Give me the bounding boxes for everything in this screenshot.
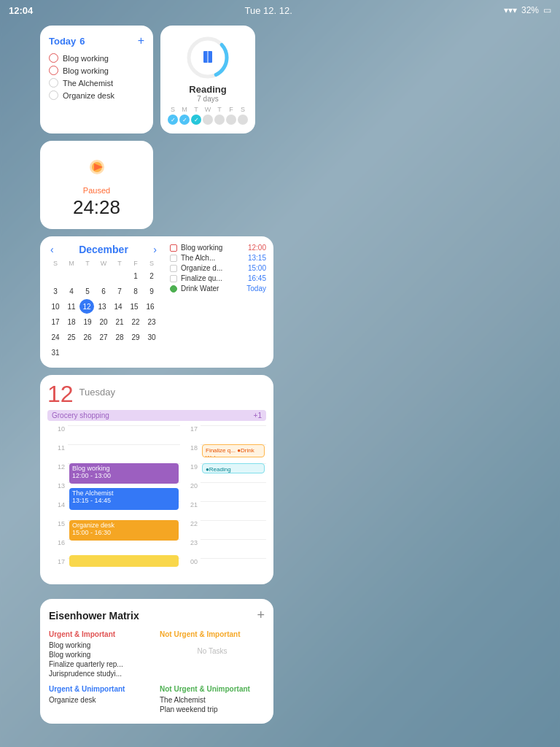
reminder-item: The Alchemist	[49, 78, 144, 88]
reminder-checkbox	[49, 90, 58, 100]
reminders-widget[interactable]: Today 6 + Blog working Blog working The …	[40, 26, 153, 133]
cal-event-item: Blog working 12:00	[170, 244, 266, 252]
eisenhower-widget[interactable]: Eisenhower Matrix + Urgent & Important B…	[40, 599, 273, 724]
status-icons: ▾▾▾ 32% ▭	[504, 5, 551, 15]
event-text: Finalize qu...	[181, 274, 244, 282]
day-dot: ✓	[179, 115, 190, 125]
cal-event-block: Organize desk 15:00 - 16:30	[69, 520, 179, 541]
battery-percent: 32%	[521, 5, 539, 15]
event-dot	[170, 275, 177, 282]
timer-time: 24:28	[73, 196, 120, 219]
event-time: 15:00	[248, 264, 266, 272]
cal-events-list: Blog working 12:00 The Alch... 13:15 Org…	[164, 244, 266, 360]
quadrant-label: Urgent & Unimportant	[49, 685, 154, 693]
reading-label: Reading	[189, 84, 226, 95]
event-time: 16:45	[248, 274, 266, 282]
event-time: 12:00	[248, 244, 266, 252]
widget-row-3: ‹ December › S M T W T F S	[40, 236, 273, 368]
quadrant-item: Jurisprudence studyi...	[49, 670, 154, 678]
event-text: Drink Water	[181, 285, 243, 293]
reminder-text: Blog working	[63, 66, 109, 75]
status-bar: 12:04 Tue 12. 12. ▾▾▾ 32% ▭	[0, 0, 560, 20]
cal-next-button[interactable]: ›	[150, 244, 160, 255]
cal-right-time-col: 17 18 19 20 21 22 23 00	[180, 425, 201, 577]
status-date: Tue 12. 12.	[244, 5, 292, 16]
event-dot	[170, 244, 177, 252]
reminder-checkbox	[49, 53, 58, 63]
timer-icon	[81, 151, 113, 183]
reading-days: 7 days	[197, 95, 218, 103]
status-time: 12:04	[9, 5, 33, 16]
battery-icon: ▭	[543, 5, 551, 15]
quadrant-label: Urgent & Important	[49, 630, 154, 638]
quadrant-item: Blog working	[49, 651, 154, 659]
quadrant-urgent-unimportant: Urgent & Unimportant Organize desk	[49, 685, 154, 715]
cal-week: 31	[47, 345, 160, 360]
event-text: Blog working	[181, 244, 244, 252]
reading-day-letters: S M T W T F S	[168, 106, 248, 113]
cal-event-right: Finalize q... ●Drink Wal	[202, 444, 265, 457]
cal-event-item: Finalize qu... 16:45	[170, 274, 266, 282]
eisenhower-grid: Urgent & Important Blog working Blog wor…	[49, 630, 265, 715]
quadrant-label: Not Urgent & Unimportant	[160, 685, 265, 693]
reminder-item: Organize desk	[49, 90, 144, 100]
event-time: Today	[246, 285, 266, 293]
reminder-item: Blog working	[49, 53, 144, 63]
timer-paused-label: Paused	[83, 186, 110, 195]
reminders-title-row: Today 6	[49, 36, 85, 47]
cal-week: 3 4 5 6 7 8 9	[47, 284, 160, 298]
reading-circle	[184, 34, 231, 81]
cal-event-block: Blog working 12:00 - 13:00	[69, 463, 179, 484]
eisenhower-header: Eisenhower Matrix +	[49, 608, 265, 623]
cal-time-col: 10 11 12 13 14 15 16 17	[47, 425, 68, 577]
day-dot	[203, 115, 213, 125]
widget-row-4: 12 Tuesday Grocery shopping +1 10 11 12 …	[40, 375, 273, 584]
event-text: Organize d...	[181, 264, 244, 272]
cal-event-right: ●Reading	[202, 463, 265, 473]
eisenhower-add-button[interactable]: +	[257, 608, 265, 623]
calendar-small-widget[interactable]: ‹ December › S M T W T F S	[40, 236, 273, 368]
quadrant-item: Blog working	[49, 641, 154, 649]
quadrant-urgent-important: Urgent & Important Blog working Blog wor…	[49, 630, 154, 679]
quadrant-not-urgent-important: Not Urgent & Important No Tasks	[160, 630, 265, 679]
cal-left-events-col: Blog working 12:00 - 13:00 The Alchemist…	[68, 425, 180, 577]
reading-widget[interactable]: Reading 7 days S M T W T F S ✓ ✓ ✓	[160, 26, 255, 133]
reminders-add-button[interactable]: +	[138, 34, 144, 47]
reminder-text: The Alchemist	[63, 79, 113, 88]
cal-event-block	[69, 555, 179, 567]
cal-day-banner: Grocery shopping +1	[47, 410, 266, 421]
cal-header: ‹ December ›	[47, 244, 160, 255]
event-time: 13:15	[248, 254, 266, 262]
reminder-text: Blog working	[63, 54, 109, 63]
banner-text: Grocery shopping	[52, 411, 109, 419]
day-dot: ✓	[168, 115, 178, 125]
calendar-day-widget[interactable]: 12 Tuesday Grocery shopping +1 10 11 12 …	[40, 375, 273, 584]
widget-row-5: Eisenhower Matrix + Urgent & Important B…	[40, 592, 273, 724]
day-dot	[238, 115, 248, 125]
cal-day-header-row: 12 Tuesday	[47, 382, 266, 406]
quadrant-not-urgent-unimportant: Not Urgent & Unimportant The Alchemist P…	[160, 685, 265, 715]
event-dot	[170, 255, 177, 262]
no-tasks-label: No Tasks	[160, 641, 265, 661]
cal-month: December	[79, 244, 128, 255]
timer-widget[interactable]: Paused 24:28	[40, 141, 153, 229]
reminder-checkbox	[49, 78, 58, 88]
cal-event-item: The Alch... 13:15	[170, 254, 266, 262]
eisenhower-title: Eisenhower Matrix	[49, 610, 139, 622]
cal-prev-button[interactable]: ‹	[47, 244, 57, 255]
reminder-checkbox	[49, 66, 58, 75]
widget-row-2: Paused 24:28	[40, 141, 273, 229]
day-dot	[226, 115, 236, 125]
cal-day-grid: 10 11 12 13 14 15 16 17	[47, 425, 266, 577]
reminders-count: 6	[79, 36, 85, 47]
cal-day-number: 12	[47, 382, 74, 406]
wifi-icon: ▾▾▾	[504, 5, 517, 15]
event-dot	[170, 265, 177, 272]
event-dot	[170, 285, 177, 293]
reminder-text: Organize desk	[63, 91, 114, 100]
day-dot: ✓	[191, 115, 201, 125]
cal-week: 1 2	[47, 268, 160, 283]
event-text: The Alch...	[181, 254, 244, 262]
cal-week: 24 25 26 27 28 29 30	[47, 330, 160, 344]
cal-day-headers: S M T W T F S	[47, 260, 160, 267]
